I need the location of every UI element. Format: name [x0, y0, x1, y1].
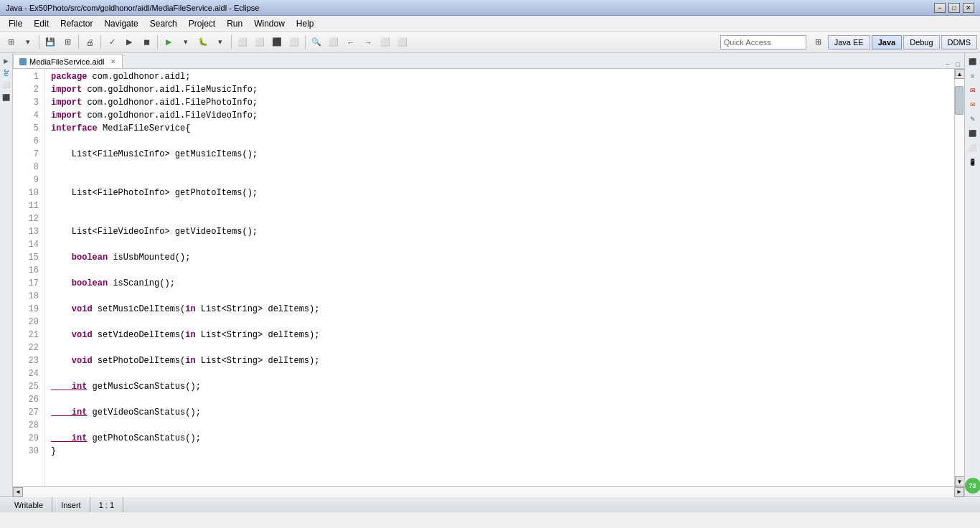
editor-tab[interactable]: MediaFileService.aidl ✕ — [13, 54, 123, 68]
code-line: List<FilePhotoInfo> getPhotoItems(); — [51, 187, 948, 199]
tb-btn-d[interactable]: ⬜ — [235, 34, 250, 50]
menu-bar: File Edit Refactor Navigate Search Proje… — [0, 16, 980, 32]
line-number: 29 — [13, 432, 39, 445]
sidebar-icon-3[interactable]: ⬛ — [1, 93, 11, 103]
right-icon-3[interactable]: ✉ — [967, 85, 979, 96]
menu-navigate[interactable]: Navigate — [98, 17, 143, 30]
line-number: 16 — [13, 264, 39, 277]
tb-save-all-button[interactable]: ⊞ — [60, 34, 75, 50]
notification-badge[interactable]: 73 — [965, 478, 981, 494]
tb-btn-k[interactable]: ⬜ — [377, 34, 393, 50]
line-number: 22 — [13, 341, 39, 354]
tb-btn-l[interactable]: ⬜ — [395, 34, 410, 50]
right-sidebar: ⬛ ≡ ✉ ✉ ✎ ⬛ ⬜ 📱 73 — [964, 53, 980, 496]
persp-ddms[interactable]: DDMS — [941, 35, 977, 50]
scroll-up-arrow[interactable]: ▲ — [955, 69, 965, 79]
code-line: import com.goldhonor.aidl.FilePhotoInfo; — [51, 96, 948, 109]
line-number: 23 — [13, 354, 39, 367]
code-editor[interactable]: 1234567891011121314151617181920212223242… — [13, 69, 964, 486]
code-line — [51, 264, 948, 277]
tb-new-button[interactable]: ⊞ — [3, 34, 19, 50]
tb-debug-button[interactable]: 🐛 — [195, 34, 211, 50]
code-line: int getMusicScanStatus(); — [51, 380, 948, 393]
tb-save-button[interactable]: 💾 — [42, 34, 58, 50]
tb-btn-h[interactable]: ⬜ — [326, 34, 341, 50]
code-line — [51, 174, 948, 187]
tabs-bar: MediaFileService.aidl ✕ − □ — [13, 53, 964, 69]
tb-debug-dropdown[interactable]: ▾ — [212, 34, 228, 50]
line-number: 9 — [13, 174, 39, 187]
close-button[interactable]: ✕ — [963, 3, 974, 13]
code-line: void setMusicDelItems(in List<String> de… — [51, 303, 948, 316]
right-icon-5[interactable]: ✎ — [967, 113, 979, 125]
code-line: interface MediaFileService{ — [51, 122, 948, 135]
scroll-thumb[interactable] — [955, 86, 963, 115]
status-insert: Insert — [52, 497, 90, 512]
tb-btn-c[interactable]: ◼ — [138, 34, 154, 50]
tb-btn-g[interactable]: ⬜ — [286, 34, 302, 50]
right-icon-4[interactable]: ✉ — [967, 99, 979, 110]
menu-project[interactable]: Project — [183, 17, 221, 30]
tb-run-button[interactable]: ▶ — [161, 34, 176, 50]
tab-minimize-btn[interactable]: − — [944, 60, 951, 68]
tb-btn-f[interactable]: ⬛ — [269, 34, 285, 50]
sidebar-icon-2[interactable]: ⬜ — [1, 80, 11, 90]
window-title: Java - Ex50Photo/src/com/goldhonor/aidl/… — [6, 4, 259, 12]
right-icon-8[interactable]: 📱 — [967, 156, 979, 168]
line-number: 4 — [13, 109, 39, 122]
menu-file[interactable]: File — [3, 17, 28, 30]
line-number: 6 — [13, 135, 39, 148]
tb-new-dropdown[interactable]: ▾ — [20, 34, 36, 50]
tb-btn-a[interactable]: ✓ — [104, 34, 120, 50]
quick-access-input[interactable]: Quick Access — [720, 35, 806, 50]
maximize-button[interactable]: □ — [948, 3, 960, 13]
tab-close-button[interactable]: ✕ — [110, 58, 116, 65]
menu-run[interactable]: Run — [221, 17, 248, 30]
tab-maximize-btn[interactable]: □ — [954, 60, 961, 68]
code-line — [51, 238, 948, 251]
minimize-button[interactable]: − — [934, 3, 946, 13]
right-icon-7[interactable]: ⬜ — [967, 142, 979, 154]
code-line — [51, 290, 948, 303]
line-number: 7 — [13, 148, 39, 161]
left-sidebar: ▶ Ju ⬜ ⬛ — [0, 53, 13, 496]
tb-btn-j[interactable]: → — [360, 34, 376, 50]
line-number: 14 — [13, 238, 39, 251]
tb-sep-2 — [78, 35, 79, 50]
code-content[interactable]: package com.goldhonor.aidl;import com.go… — [45, 69, 954, 486]
tb-btn-i[interactable]: ← — [343, 34, 359, 50]
persp-java[interactable]: Java — [872, 35, 902, 50]
right-icon-1[interactable]: ⬛ — [967, 56, 979, 67]
tb-run-dropdown[interactable]: ▾ — [178, 34, 194, 50]
tb-search-button[interactable]: 🔍 — [308, 34, 324, 50]
menu-refactor[interactable]: Refactor — [55, 17, 98, 30]
code-line: int getPhotoScanStatus(); — [51, 432, 948, 445]
tb-persp-icon[interactable]: ⊞ — [811, 34, 826, 50]
code-line — [51, 316, 948, 329]
tb-sep-1 — [39, 35, 39, 50]
menu-edit[interactable]: Edit — [28, 17, 55, 30]
h-scroll-track[interactable] — [23, 487, 954, 497]
tb-btn-b[interactable]: ▶ — [121, 34, 137, 50]
line-number: 11 — [13, 199, 39, 212]
right-icon-6[interactable]: ⬛ — [967, 128, 979, 139]
horizontal-scrollbar: ◄ ► — [13, 486, 964, 496]
right-icon-2[interactable]: ≡ — [967, 70, 979, 82]
scroll-track[interactable] — [955, 79, 965, 476]
window-controls: − □ ✕ — [934, 3, 974, 13]
tb-print-button[interactable]: 🖨 — [82, 34, 98, 50]
tb-btn-e[interactable]: ⬜ — [252, 34, 268, 50]
sidebar-icon-1[interactable]: ▶ — [1, 56, 11, 66]
line-number: 13 — [13, 225, 39, 238]
persp-java-ee[interactable]: Java EE — [828, 35, 870, 50]
sidebar-label-ju: Ju — [3, 69, 10, 77]
menu-search[interactable]: Search — [144, 17, 183, 30]
scroll-left-arrow[interactable]: ◄ — [13, 487, 23, 497]
scroll-down-arrow[interactable]: ▼ — [955, 476, 965, 486]
menu-help[interactable]: Help — [291, 17, 320, 30]
code-line: import com.goldhonor.aidl.FileMusicInfo; — [51, 83, 948, 96]
persp-debug[interactable]: Debug — [903, 35, 939, 50]
scroll-right-arrow[interactable]: ► — [954, 487, 964, 497]
code-line — [51, 393, 948, 406]
menu-window[interactable]: Window — [248, 17, 291, 30]
